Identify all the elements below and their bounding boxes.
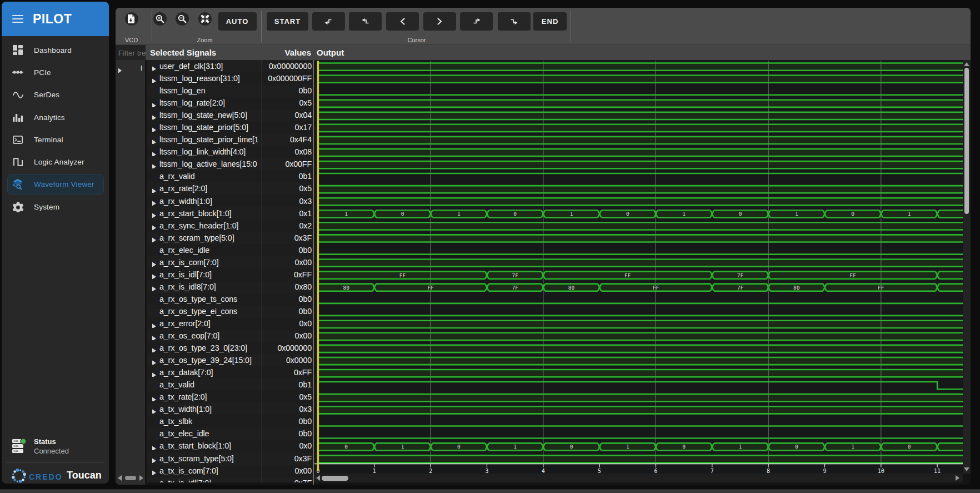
- signal-row[interactable]: ltssm_log_en0b0: [147, 84, 314, 97]
- expand-arrow-icon[interactable]: [152, 186, 156, 191]
- cursor-start-button[interactable]: START: [267, 12, 309, 31]
- zoom-in-button[interactable]: [153, 12, 167, 26]
- signal-row[interactable]: ltssm_log_state_prior[5:0]0x17: [147, 121, 314, 133]
- signal-row[interactable]: a_rx_elec_idle0b0: [147, 244, 314, 256]
- signal-row[interactable]: a_rx_start_block[1:0]0x1: [147, 207, 314, 220]
- expand-arrow-icon[interactable]: [152, 480, 156, 482]
- signal-row[interactable]: ltssm_log_active_lanes[15:00x00FF: [147, 158, 314, 170]
- vertical-scroll-thumb[interactable]: [964, 68, 969, 214]
- expand-arrow-icon[interactable]: [152, 211, 156, 216]
- sidebar-item-pcie[interactable]: PCIe: [2, 61, 109, 83]
- expand-arrow-icon[interactable]: [152, 321, 156, 326]
- signal-row[interactable]: a_tx_is_com[7:0]0x00: [147, 465, 314, 477]
- expand-arrow-icon[interactable]: [152, 137, 156, 142]
- filter-input[interactable]: [116, 45, 146, 61]
- horizontal-scroll-thumb[interactable]: [322, 476, 348, 481]
- scroll-up-icon[interactable]: [964, 62, 969, 66]
- expand-arrow-icon[interactable]: [152, 260, 156, 265]
- edge-fall-right-button[interactable]: [498, 12, 531, 31]
- expand-arrow-icon[interactable]: [152, 223, 156, 228]
- expand-arrow-icon[interactable]: [152, 456, 156, 461]
- signal-row[interactable]: a_rx_os_eop[7:0]0x00: [147, 330, 314, 342]
- signal-row[interactable]: ltssm_log_state_new[5:0]0x04: [147, 109, 314, 121]
- cursor-end-button[interactable]: END: [533, 12, 567, 31]
- expand-arrow-icon[interactable]: [152, 76, 156, 81]
- sidebar-item-serdes[interactable]: SerDes: [2, 84, 109, 106]
- signal-row[interactable]: a_tx_start_block[1:0]0x0: [147, 440, 314, 452]
- signal-row[interactable]: user_def_clk[31:0]0x00000000: [147, 60, 314, 72]
- scroll-right-icon[interactable]: [956, 475, 959, 481]
- signal-row[interactable]: a_rx_os_type_23_0[23:0]0x000000: [147, 342, 314, 354]
- signal-row[interactable]: a_tx_is_idl[7:0]0x7F: [147, 477, 314, 482]
- edge-rise-left-button[interactable]: [349, 12, 382, 31]
- expand-arrow-icon[interactable]: [152, 358, 156, 363]
- vcd-button[interactable]: [125, 12, 138, 26]
- signal-row[interactable]: a_rx_os_type_39_24[15:0]0x0000: [147, 354, 314, 366]
- expand-arrow-icon[interactable]: [152, 64, 156, 69]
- sidebar-item-terminal[interactable]: Terminal: [2, 128, 109, 151]
- expand-arrow-icon[interactable]: [152, 162, 156, 167]
- signal-row[interactable]: a_rx_is_com[7:0]0x00: [147, 256, 314, 268]
- sidebar-item-analytics[interactable]: Analytics: [2, 106, 109, 128]
- sidebar-item-waveform-viewer[interactable]: Waveform Viewer: [2, 173, 109, 196]
- expand-arrow-icon[interactable]: [152, 444, 156, 449]
- zoom-out-button[interactable]: [176, 12, 189, 26]
- signal-row[interactable]: a_rx_os_type_ts_cons0b0: [147, 293, 314, 305]
- signal-row[interactable]: a_rx_scram_type[5:0]0x3F: [147, 232, 314, 244]
- expand-arrow-icon[interactable]: [152, 333, 156, 338]
- signal-row[interactable]: ltssm_log_rate[2:0]0x5: [147, 97, 314, 109]
- scroll-down-icon[interactable]: [964, 467, 969, 471]
- expand-arrow-icon[interactable]: [152, 272, 156, 277]
- signal-row[interactable]: ltssm_log_link_width[4:0]0x08: [147, 146, 314, 158]
- expand-arrow-icon[interactable]: [152, 468, 156, 473]
- expand-arrow-icon[interactable]: [152, 125, 156, 130]
- tree-scroll-thumb[interactable]: [125, 476, 136, 480]
- expand-arrow-icon[interactable]: [152, 284, 156, 289]
- expand-arrow-icon[interactable]: [152, 198, 156, 203]
- signal-row[interactable]: a_tx_rate[2:0]0x5: [147, 391, 314, 403]
- scroll-left-icon[interactable]: [316, 475, 320, 481]
- signal-row[interactable]: a_rx_datak[7:0]0xFF: [147, 366, 314, 379]
- sidebar-item-dashboard[interactable]: Dashboard: [2, 39, 109, 61]
- expand-arrow-icon[interactable]: [152, 101, 156, 106]
- zoom-fit-button[interactable]: [198, 12, 212, 26]
- signal-row[interactable]: ltssm_log_state_prior_time[10x4F4: [147, 133, 314, 146]
- signal-row[interactable]: a_rx_width[1:0]0x3: [147, 195, 314, 207]
- expand-arrow-icon[interactable]: [152, 113, 156, 118]
- signal-row[interactable]: a_tx_slbk0b0: [147, 415, 314, 427]
- tree-root-item[interactable]: l: [116, 62, 145, 74]
- waveform-vertical-scrollbar[interactable]: [963, 60, 971, 474]
- next-transition-button[interactable]: [423, 12, 456, 31]
- expand-arrow-icon[interactable]: [152, 235, 156, 240]
- timeline-cursor[interactable]: [317, 61, 319, 471]
- signal-row[interactable]: a_rx_is_idl8[7:0]0x80: [147, 281, 314, 293]
- edge-fall-left-button[interactable]: [312, 12, 345, 31]
- expand-arrow-icon[interactable]: [152, 346, 156, 351]
- expand-arrow-icon[interactable]: [152, 407, 156, 412]
- expand-arrow-icon[interactable]: [152, 395, 156, 400]
- signal-row[interactable]: a_rx_os_type_ei_cons0b0: [147, 305, 314, 317]
- signal-row[interactable]: a_rx_rate[2:0]0x5: [147, 182, 314, 195]
- waveform-horizontal-scrollbar[interactable]: [314, 474, 963, 482]
- expand-arrow-icon[interactable]: [152, 370, 156, 375]
- edge-rise-right-button[interactable]: [460, 12, 493, 31]
- waveform-canvas[interactable]: 10101010101FF7FFF7FFF80FF7F80FF7F80FF010…: [314, 60, 963, 474]
- expand-arrow-icon[interactable]: [152, 150, 156, 155]
- auto-button[interactable]: AUTO: [218, 12, 257, 31]
- scroll-left-icon[interactable]: [118, 475, 122, 481]
- signal-row[interactable]: a_rx_valid0b1: [147, 170, 314, 182]
- tree-horizontal-scrollbar[interactable]: [118, 474, 143, 481]
- signal-row[interactable]: a_tx_scram_type[5:0]0x3F: [147, 452, 314, 465]
- signal-row[interactable]: a_tx_elec_idle0b0: [147, 427, 314, 440]
- signal-row[interactable]: a_tx_valid0b1: [147, 379, 314, 391]
- scroll-right-icon[interactable]: [139, 475, 143, 481]
- prev-transition-button[interactable]: [386, 12, 419, 31]
- sidebar-item-logic-analyzer[interactable]: Logic Analyzer: [2, 151, 109, 173]
- signal-row[interactable]: a_rx_error[2:0]0x0: [147, 317, 314, 330]
- signal-row[interactable]: a_rx_is_idl[7:0]0xFF: [147, 268, 314, 281]
- waveform-svg[interactable]: 10101010101FF7FFF7FFF80FF7F80FF7F80FF010…: [314, 60, 963, 474]
- signal-row[interactable]: ltssm_log_reason[31:0]0x000000FF: [147, 72, 314, 84]
- values-output-divider[interactable]: [313, 60, 314, 485]
- sidebar-item-system[interactable]: System: [2, 196, 109, 218]
- hamburger-menu-icon[interactable]: [12, 15, 23, 23]
